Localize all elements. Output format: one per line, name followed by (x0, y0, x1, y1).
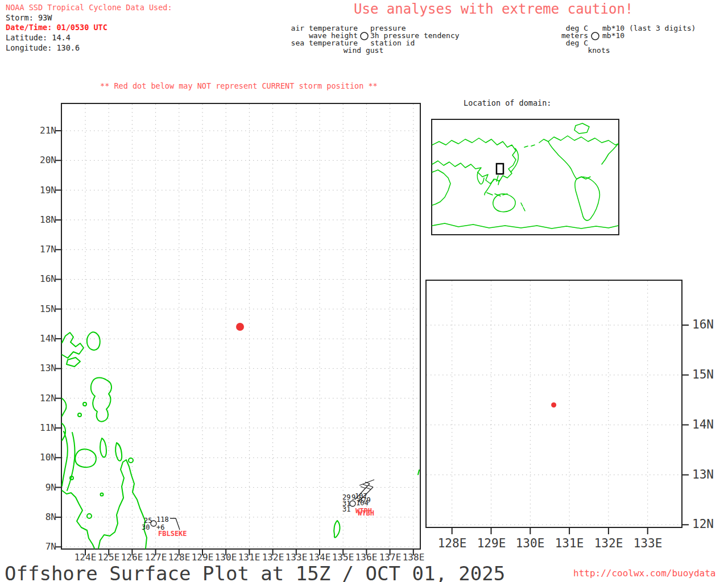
station-id-fblseke: FBLSEKE (158, 530, 187, 537)
inset-xtick-132E: 132E (591, 537, 626, 550)
xtick-130E: 130E (214, 552, 237, 563)
plot-title: Offshore Surface Plot at 15Z / OCT 01, 2… (5, 562, 505, 582)
domain-world-map (431, 119, 619, 235)
offshore-surface-plot-page: NOAA SSD Tropical Cyclone Data Used: Sto… (0, 0, 728, 582)
xtick-135E: 135E (332, 552, 354, 563)
ytick-8N: 8N (31, 512, 56, 522)
ytick-11N: 11N (31, 422, 56, 433)
ytick-18N: 18N (31, 214, 56, 225)
header-source-line: NOAA SSD Tropical Cyclone Data Used: (6, 2, 172, 13)
inset-ytick-14N: 14N (692, 418, 714, 431)
xtick-138E: 138E (402, 552, 425, 563)
xtick-131E: 131E (238, 552, 260, 563)
header-latitude: Latitude: 14.4 (6, 32, 71, 43)
coast-greenland (574, 123, 589, 134)
inset-xtick-133E: 133E (630, 537, 665, 550)
xtick-128E: 128E (168, 552, 191, 563)
main-map: 21N 20N 19N 18N 17N 16N 15N 14N 13N 12N … (61, 103, 421, 550)
domain-map-title: Location of domain: (464, 98, 551, 107)
inset-ytick-15N: 15N (692, 368, 714, 381)
station-sea-temp: 30 (142, 524, 150, 531)
ytick-17N: 17N (31, 244, 56, 255)
ytick-16N: 16N (31, 273, 56, 284)
xtick-127E: 127E (144, 552, 167, 563)
coast-india (477, 172, 484, 184)
inset-ytick-12N: 12N (692, 517, 714, 531)
ytick-14N: 14N (31, 333, 56, 344)
main-map-graphic (62, 104, 420, 548)
storm-position-dot-inset (551, 402, 556, 408)
legend-station-id: station id (370, 39, 415, 47)
ytick-13N: 13N (31, 363, 56, 373)
domain-highlight-rect (497, 164, 503, 174)
units-station-circle-icon (590, 31, 600, 41)
world-coastline-graphic (432, 120, 618, 234)
xtick-137E: 137E (379, 552, 402, 563)
inset-zoom-map: 16N 15N 14N 13N 12N 128E 129E 130E 131E … (425, 280, 682, 528)
inset-xtick-128E: 128E (435, 537, 470, 550)
ytick-21N: 21N (31, 125, 56, 136)
xtick-134E: 134E (308, 552, 331, 563)
source-url-link[interactable]: http://coolwx.com/buoydata (573, 568, 715, 579)
red-dot-note: ** Red dot below may NOT represent CURRE… (100, 81, 378, 90)
coast-north-america (548, 136, 618, 145)
xtick-133E: 133E (285, 552, 308, 563)
ytick-10N: 10N (31, 452, 56, 463)
inset-xtick-130E: 130E (512, 537, 548, 550)
inset-map-graphic (427, 281, 681, 527)
inset-ytick-16N: 16N (692, 318, 714, 331)
xtick-136E: 136E (355, 552, 378, 563)
header-datetime: Date/Time: 01/0530 UTC (6, 22, 107, 32)
inset-xtick-131E: 131E (552, 537, 587, 550)
ytick-15N: 15N (31, 304, 56, 314)
coast-australia (493, 194, 515, 212)
header-storm: Storm: 93W (6, 13, 52, 23)
coast-eurasia (432, 138, 516, 184)
units-tendency: mb*10 (602, 31, 624, 40)
legend-station-circle-icon (359, 31, 369, 41)
ytick-9N: 9N (31, 482, 56, 493)
coast-africa (432, 170, 450, 205)
coast-aleutians (524, 139, 548, 147)
station-value: 104 (356, 500, 369, 506)
coast-seasia (485, 179, 494, 195)
xtick-132E: 132E (262, 552, 284, 563)
header-longitude: Longitude: 130.6 (6, 43, 80, 53)
coast-na-east (602, 144, 618, 164)
ytick-20N: 20N (31, 155, 56, 165)
legend-wind-gust: wind gust (335, 46, 392, 55)
xtick-125E: 125E (97, 552, 120, 563)
xtick-124E: 124E (74, 552, 97, 563)
coast-south-america (575, 177, 600, 220)
coast-na-west (548, 142, 577, 179)
header-block: NOAA SSD Tropical Cyclone Data Used: Sto… (6, 2, 24, 74)
inset-ytick-13N: 13N (692, 468, 714, 481)
xtick-126E: 126E (121, 552, 143, 563)
coast-new-zealand (521, 203, 525, 211)
station-pressure: 118 (156, 516, 169, 523)
inset-xtick-129E: 129E (474, 537, 509, 550)
units-wind-gust: knots (579, 46, 619, 55)
ytick-19N: 19N (31, 185, 56, 196)
ytick-7N: 7N (31, 541, 56, 552)
station-value: 31 (342, 506, 350, 513)
xtick-129E: 129E (191, 552, 214, 563)
caution-warning: Use analyses with extreme caution! (354, 1, 633, 17)
ytick-12N: 12N (31, 393, 56, 404)
coast-antarctica (432, 223, 618, 228)
storm-position-dot (236, 323, 244, 331)
station-id-wtbh: WTBH (358, 510, 374, 517)
inset-map-ticks (452, 325, 689, 534)
